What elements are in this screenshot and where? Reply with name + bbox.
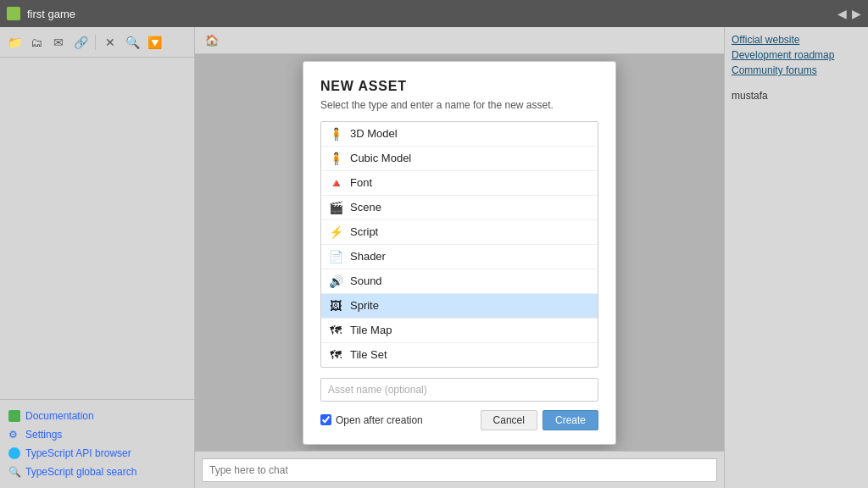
asset-label: Tile Set <box>350 348 387 361</box>
settings-icon: ⚙ <box>8 429 20 441</box>
asset-item-scene[interactable]: 🎬Scene <box>321 196 598 220</box>
official-website-link[interactable]: Official website <box>732 34 861 46</box>
main-layout: 📁 🗂 ✉ 🔗 ✕ 🔍 🔽 Documentation ⚙ Settings T <box>0 27 868 488</box>
dev-roadmap-link[interactable]: Development roadmap <box>732 49 861 61</box>
asset-label: Tile Map <box>350 324 392 336</box>
open-after-creation-text: Open after creation <box>336 414 423 426</box>
sidebar-documentation-label: Documentation <box>25 410 94 422</box>
sidebar-ts-api[interactable]: TypeScript API browser <box>0 444 194 463</box>
prev-button[interactable]: ◀ <box>837 7 847 20</box>
cancel-button[interactable]: Cancel <box>481 410 537 430</box>
home-button[interactable]: 🏠 <box>202 30 222 51</box>
ts-search-icon: 🔍 <box>8 466 20 478</box>
window-title: first game <box>27 8 831 20</box>
asset-label: Font <box>350 176 372 189</box>
right-sidebar: Official website Development roadmap Com… <box>724 27 868 488</box>
asset-icon-tile-set: 🗺 <box>328 347 343 363</box>
app-icon <box>7 7 20 20</box>
toolbar-delete[interactable]: ✕ <box>101 33 120 52</box>
asset-label: Scene <box>350 201 381 214</box>
asset-icon-cubic-model: 🧍 <box>328 151 343 166</box>
sidebar-ts-api-label: TypeScript API browser <box>25 447 131 459</box>
open-after-creation-label[interactable]: Open after creation <box>320 414 423 426</box>
documentation-icon <box>8 410 20 422</box>
asset-label: Script <box>350 225 378 238</box>
sidebar-settings[interactable]: ⚙ Settings <box>0 425 194 444</box>
asset-item-font[interactable]: 🔺Font <box>321 171 598 196</box>
asset-item-3d-model[interactable]: 🧍3D Model <box>321 122 598 147</box>
asset-name-input[interactable] <box>320 378 598 402</box>
chat-input[interactable] <box>202 458 717 482</box>
asset-item-sound[interactable]: 🔊Sound <box>321 269 598 294</box>
sidebar-ts-search-label: TypeScript global search <box>25 466 136 478</box>
create-button[interactable]: Create <box>542 410 598 430</box>
open-after-creation-checkbox[interactable] <box>320 414 331 425</box>
asset-icon-shader: 📄 <box>328 249 343 264</box>
main-area: NEW ASSET Select the type and enter a na… <box>195 54 724 451</box>
username-display: mustafa <box>732 90 861 102</box>
next-button[interactable]: ▶ <box>852 7 861 20</box>
asset-icon-scene: 🎬 <box>328 200 343 215</box>
nav-bar: 🏠 <box>195 27 724 54</box>
sidebar-settings-label: Settings <box>25 429 62 441</box>
asset-label: Shader <box>350 250 386 263</box>
file-tree <box>0 58 194 399</box>
sidebar-bottom: Documentation ⚙ Settings TypeScript API … <box>0 399 194 488</box>
toolbar-save[interactable]: ✉ <box>49 33 68 52</box>
toolbar: 📁 🗂 ✉ 🔗 ✕ 🔍 🔽 <box>0 27 194 58</box>
sidebar-ts-search[interactable]: 🔍 TypeScript global search <box>0 463 194 481</box>
title-bar: first game ◀ ▶ <box>0 0 868 27</box>
new-asset-dialog: NEW ASSET Select the type and enter a na… <box>303 61 616 445</box>
asset-item-tile-set[interactable]: 🗺Tile Set <box>321 343 598 367</box>
asset-icon-sound: 🔊 <box>328 274 343 289</box>
sidebar-documentation[interactable]: Documentation <box>0 407 194 425</box>
asset-icon-tile-map: 🗺 <box>328 323 343 338</box>
chat-bar <box>195 451 724 488</box>
ts-api-icon <box>8 447 20 459</box>
asset-item-sprite[interactable]: 🖼Sprite <box>321 294 598 319</box>
toolbar-separator <box>95 35 96 50</box>
asset-item-shader[interactable]: 📄Shader <box>321 245 598 269</box>
asset-label: 3D Model <box>350 127 398 140</box>
asset-item-cubic-model[interactable]: 🧍Cubic Model <box>321 147 598 171</box>
asset-item-script[interactable]: ⚡Script <box>321 220 598 245</box>
asset-label: Sound <box>350 274 382 287</box>
modal-title: NEW ASSET <box>320 79 598 94</box>
toolbar-filter[interactable]: 🔽 <box>145 33 164 52</box>
modal-actions: Cancel Create <box>481 410 598 430</box>
community-forums-link[interactable]: Community forums <box>732 64 861 76</box>
asset-icon-3d-model: 🧍 <box>328 126 343 141</box>
modal-footer: Open after creation Cancel Create <box>320 410 598 430</box>
left-sidebar: 📁 🗂 ✉ 🔗 ✕ 🔍 🔽 Documentation ⚙ Settings T <box>0 27 195 488</box>
asset-item-tile-map[interactable]: 🗺Tile Map <box>321 319 598 343</box>
asset-type-list: 🧍3D Model🧍Cubic Model🔺Font🎬Scene⚡Script📄… <box>320 121 598 368</box>
title-controls: ◀ ▶ <box>837 7 861 20</box>
toolbar-search[interactable]: 🔍 <box>123 33 142 52</box>
modal-subtitle: Select the type and enter a name for the… <box>320 99 598 111</box>
center-content: 🏠 NEW ASSET Select the type and enter a … <box>195 27 724 488</box>
asset-label: Sprite <box>350 299 379 312</box>
asset-label: Cubic Model <box>350 152 411 164</box>
asset-icon-font: 🔺 <box>328 175 343 191</box>
toolbar-new-folder[interactable]: 📁 <box>5 33 24 52</box>
asset-icon-script: ⚡ <box>328 225 343 240</box>
asset-icon-sprite: 🖼 <box>328 298 343 313</box>
toolbar-open[interactable]: 🗂 <box>27 33 46 52</box>
toolbar-link[interactable]: 🔗 <box>71 33 90 52</box>
modal-overlay: NEW ASSET Select the type and enter a na… <box>195 54 724 451</box>
